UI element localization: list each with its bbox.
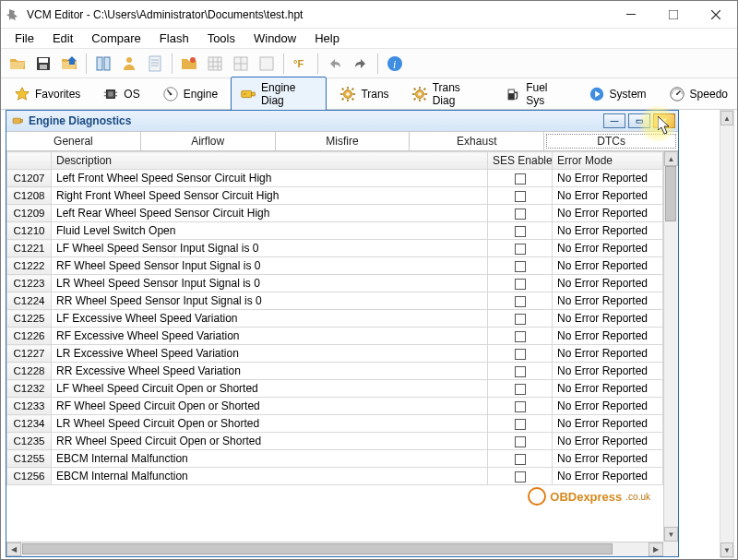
error-mode-cell[interactable]: No Error Reported bbox=[553, 450, 663, 468]
checkbox-icon[interactable] bbox=[515, 349, 526, 360]
table-row[interactable]: C1209Left Rear Wheel Speed Sensor Circui… bbox=[7, 205, 663, 222]
folder-settings-icon[interactable] bbox=[177, 52, 201, 76]
subtab-dtcs[interactable]: DTCs bbox=[544, 132, 678, 150]
col-header-description[interactable]: Description bbox=[52, 152, 488, 170]
redo-icon[interactable] bbox=[349, 52, 373, 76]
checkbox-icon[interactable] bbox=[515, 419, 526, 430]
ses-enable-cell[interactable] bbox=[488, 275, 553, 292]
ses-enable-cell[interactable] bbox=[488, 240, 553, 257]
vertical-scrollbar[interactable]: ▲ ▼ bbox=[663, 151, 678, 542]
tab-engine[interactable]: Engine bbox=[153, 81, 227, 107]
error-mode-cell[interactable]: No Error Reported bbox=[553, 415, 663, 433]
undo-icon[interactable] bbox=[323, 52, 347, 76]
subtab-general[interactable]: General bbox=[6, 132, 141, 150]
error-mode-cell[interactable]: No Error Reported bbox=[553, 380, 663, 398]
scroll-thumb-h[interactable] bbox=[22, 543, 613, 554]
ses-enable-cell[interactable] bbox=[488, 415, 553, 433]
error-mode-cell[interactable]: No Error Reported bbox=[553, 310, 663, 328]
minimize-button[interactable] bbox=[610, 1, 652, 29]
save-icon[interactable] bbox=[31, 52, 55, 76]
maximize-button[interactable] bbox=[652, 1, 695, 29]
grid3-icon[interactable] bbox=[255, 52, 279, 76]
table-row[interactable]: C1233RF Wheel Speed Circuit Open or Shor… bbox=[7, 398, 663, 415]
table-row[interactable]: C1207Left Front Wheel Speed Sensor Circu… bbox=[7, 170, 663, 187]
ses-enable-cell[interactable] bbox=[488, 328, 553, 345]
checkbox-icon[interactable] bbox=[515, 314, 526, 325]
table-row[interactable]: C1223LR Wheel Speed Sensor Input Signal … bbox=[7, 275, 663, 292]
table-row[interactable]: C1255EBCM Internal MalfunctionNo Error R… bbox=[7, 450, 663, 468]
tab-favorites[interactable]: Favorites bbox=[5, 81, 89, 107]
checkbox-icon[interactable] bbox=[515, 244, 526, 255]
info-icon[interactable]: i bbox=[383, 52, 407, 76]
menu-edit[interactable]: Edit bbox=[43, 30, 82, 47]
save-as-icon[interactable] bbox=[57, 52, 81, 76]
checkbox-icon[interactable] bbox=[515, 296, 526, 307]
checkbox-icon[interactable] bbox=[515, 226, 526, 237]
menu-help[interactable]: Help bbox=[305, 30, 349, 47]
checkbox-icon[interactable] bbox=[515, 384, 526, 395]
error-mode-cell[interactable]: No Error Reported bbox=[553, 240, 663, 257]
table-row[interactable]: C1222RF Wheel Speed Sensor Input Signal … bbox=[7, 257, 663, 275]
child-close-button[interactable]: ✕ bbox=[653, 113, 675, 128]
checkbox-icon[interactable] bbox=[515, 209, 526, 220]
table-row[interactable]: C1224RR Wheel Speed Sensor Input Signal … bbox=[7, 292, 663, 310]
menu-compare[interactable]: Compare bbox=[82, 30, 149, 47]
checkbox-icon[interactable] bbox=[515, 436, 526, 447]
table-row[interactable]: C1234LR Wheel Speed Circuit Open or Shor… bbox=[7, 415, 663, 433]
ses-enable-cell[interactable] bbox=[488, 468, 553, 485]
table-row[interactable]: C1256EBCM Internal MalfunctionNo Error R… bbox=[7, 468, 663, 485]
error-mode-cell[interactable]: No Error Reported bbox=[553, 170, 663, 187]
child-maximize-button[interactable]: ▭ bbox=[628, 113, 650, 128]
scroll-thumb[interactable] bbox=[665, 166, 676, 221]
col-header-ses-enable[interactable]: SES Enable bbox=[488, 152, 553, 170]
cf-icon[interactable]: °F bbox=[289, 52, 313, 76]
user-icon[interactable] bbox=[117, 52, 141, 76]
scroll-down-icon[interactable]: ▼ bbox=[720, 542, 733, 557]
menu-flash[interactable]: Flash bbox=[150, 30, 198, 47]
checkbox-icon[interactable] bbox=[515, 191, 526, 202]
checkbox-icon[interactable] bbox=[515, 366, 526, 377]
ses-enable-cell[interactable] bbox=[488, 433, 553, 450]
table-row[interactable]: C1232LF Wheel Speed Circuit Open or Shor… bbox=[7, 380, 663, 398]
checkbox-icon[interactable] bbox=[515, 454, 526, 465]
error-mode-cell[interactable]: No Error Reported bbox=[553, 257, 663, 275]
notes-icon[interactable] bbox=[143, 52, 167, 76]
ses-enable-cell[interactable] bbox=[488, 187, 553, 205]
table-row[interactable]: C1228RR Excessive Wheel Speed VariationN… bbox=[7, 363, 663, 380]
error-mode-cell[interactable]: No Error Reported bbox=[553, 398, 663, 415]
tab-system[interactable]: System bbox=[579, 81, 656, 107]
error-mode-cell[interactable]: No Error Reported bbox=[553, 468, 663, 485]
scroll-up-icon[interactable]: ▲ bbox=[720, 111, 733, 125]
subtab-exhaust[interactable]: Exhaust bbox=[410, 132, 544, 150]
scroll-right-icon[interactable]: ▶ bbox=[649, 542, 663, 556]
error-mode-cell[interactable]: No Error Reported bbox=[553, 345, 663, 363]
error-mode-cell[interactable]: No Error Reported bbox=[553, 205, 663, 222]
ses-enable-cell[interactable] bbox=[488, 310, 553, 328]
ses-enable-cell[interactable] bbox=[488, 170, 553, 187]
table-row[interactable]: C1221LF Wheel Speed Sensor Input Signal … bbox=[7, 240, 663, 257]
error-mode-cell[interactable]: No Error Reported bbox=[553, 292, 663, 310]
checkbox-icon[interactable] bbox=[515, 279, 526, 290]
horizontal-scrollbar[interactable]: ◀ ▶ bbox=[6, 542, 663, 556]
compare-icon[interactable] bbox=[91, 52, 115, 76]
ses-enable-cell[interactable] bbox=[488, 345, 553, 363]
error-mode-cell[interactable]: No Error Reported bbox=[553, 222, 663, 240]
col-header-code[interactable] bbox=[7, 152, 52, 170]
subtab-airflow[interactable]: Airflow bbox=[141, 132, 276, 150]
checkbox-icon[interactable] bbox=[515, 471, 526, 483]
table-row[interactable]: C1227LR Excessive Wheel Speed VariationN… bbox=[7, 345, 663, 363]
scroll-down-icon[interactable]: ▼ bbox=[664, 527, 678, 542]
menu-file[interactable]: File bbox=[6, 30, 43, 47]
ses-enable-cell[interactable] bbox=[488, 222, 553, 240]
ses-enable-cell[interactable] bbox=[488, 450, 553, 468]
table-row[interactable]: C1210 Fluid Level Switch OpenNo Error Re… bbox=[7, 222, 663, 240]
error-mode-cell[interactable]: No Error Reported bbox=[553, 433, 663, 450]
checkbox-icon[interactable] bbox=[515, 331, 526, 342]
col-header-error-mode[interactable]: Error Mode bbox=[553, 152, 663, 170]
error-mode-cell[interactable]: No Error Reported bbox=[553, 363, 663, 380]
error-mode-cell[interactable]: No Error Reported bbox=[553, 275, 663, 292]
tab-trans[interactable]: Trans bbox=[330, 81, 398, 107]
menu-window[interactable]: Window bbox=[244, 30, 305, 47]
tab-trans-diag[interactable]: Trans Diag bbox=[402, 77, 493, 112]
table-row[interactable]: C1226RF Excessive Wheel Speed VariationN… bbox=[7, 328, 663, 345]
